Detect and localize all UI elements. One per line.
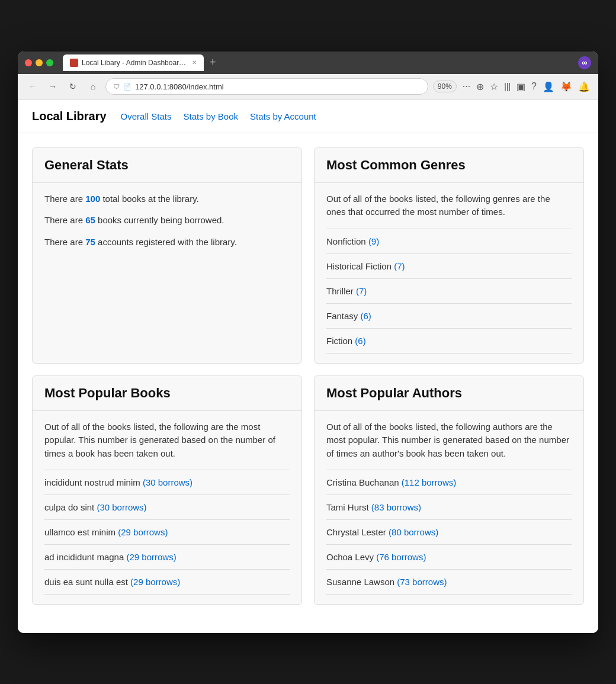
stat-accounts: There are 75 accounts registered with th…	[44, 236, 290, 249]
genres-description: Out of all of the books listed, the foll…	[326, 192, 572, 219]
maximize-button[interactable]	[46, 59, 53, 66]
popular-authors-description: Out of all of the books listed, the foll…	[326, 420, 572, 461]
bookmarks-bar-icon[interactable]: |||	[503, 81, 512, 92]
genre-list: Nonfiction (9) Historical Fiction (7) Th…	[326, 229, 572, 354]
main-content: General Stats There are 100 total books …	[18, 133, 598, 619]
list-item: incididunt nostrud minim (30 borrows)	[44, 470, 290, 495]
genre-count: (6)	[361, 311, 371, 321]
author-borrows: (73 borrows)	[397, 577, 447, 587]
book-list: incididunt nostrud minim (30 borrows) cu…	[44, 470, 290, 595]
popular-authors-card: Most Popular Authors Out of all of the b…	[314, 375, 584, 605]
genres-header: Most Common Genres	[315, 148, 583, 183]
genre-count: (9)	[368, 236, 379, 246]
stat-borrowed: There are 65 books currently being borro…	[44, 214, 290, 227]
list-item: ad incididunt magna (29 borrows)	[44, 545, 290, 570]
genre-count: (7)	[356, 286, 367, 296]
titlebar: Local Libary - Admin Dashboar… ✕ + ∞	[18, 52, 598, 74]
account-icon[interactable]: 👤	[541, 80, 556, 94]
new-tab-button[interactable]: +	[206, 56, 220, 69]
popular-authors-title: Most Popular Authors	[326, 386, 572, 401]
genre-count: (6)	[355, 336, 365, 346]
tab-bar: Local Libary - Admin Dashboar… ✕ +	[63, 54, 573, 71]
reader-mode-icon[interactable]: ▣	[515, 80, 527, 94]
nav-stats-by-book[interactable]: Stats by Book	[183, 111, 238, 121]
author-borrows: (76 borrows)	[376, 552, 426, 562]
book-borrows: (29 borrows)	[130, 577, 180, 587]
firefox-icon[interactable]: 🦊	[559, 80, 573, 94]
list-item: culpa do sint (30 borrows)	[44, 495, 290, 520]
security-icon: 🛡	[113, 83, 120, 90]
tab-close-icon[interactable]: ✕	[192, 59, 197, 66]
book-borrows: (30 borrows)	[143, 477, 192, 487]
url-text: 127.0.0.1:8080/index.html	[135, 82, 421, 91]
list-item: Nonfiction (9)	[326, 229, 572, 254]
popular-books-description: Out of all of the books listed, the foll…	[44, 420, 290, 461]
zoom-level: 90%	[433, 81, 457, 92]
traffic-lights	[25, 59, 53, 66]
stat-books-number: 100	[85, 194, 100, 204]
extension-icon[interactable]: ∞	[578, 56, 591, 69]
book-borrows: (30 borrows)	[97, 502, 146, 512]
url-bar[interactable]: 🛡 📄 127.0.0.1:8080/index.html	[105, 78, 428, 95]
book-borrows: (29 borrows)	[126, 552, 176, 562]
list-item: Fiction (6)	[326, 329, 572, 354]
author-borrows: (112 borrows)	[402, 477, 457, 487]
browser-window: Local Libary - Admin Dashboar… ✕ + ∞ ← →…	[18, 52, 598, 633]
author-borrows: (80 borrows)	[389, 527, 438, 537]
minimize-button[interactable]	[36, 59, 43, 66]
popular-authors-header: Most Popular Authors	[315, 376, 583, 411]
site-nav: Overall Stats Stats by Book Stats by Acc…	[121, 111, 316, 121]
list-item: Ochoa Levy (76 borrows)	[326, 545, 572, 570]
popular-books-header: Most Popular Books	[33, 376, 301, 411]
back-button[interactable]: ←	[25, 79, 40, 94]
help-icon[interactable]: ?	[530, 80, 538, 93]
author-list: Cristina Buchanan (112 borrows) Tami Hur…	[326, 470, 572, 595]
general-stats-body: There are 100 total books at the library…	[33, 183, 301, 259]
list-item: Fantasy (6)	[326, 304, 572, 329]
list-item: Susanne Lawson (73 borrows)	[326, 570, 572, 595]
genres-card: Most Common Genres Out of all of the boo…	[314, 147, 584, 364]
page-icon: 📄	[123, 83, 131, 91]
author-borrows: (83 borrows)	[371, 502, 421, 512]
list-item: ullamco est minim (29 borrows)	[44, 520, 290, 545]
list-item: Thriller (7)	[326, 279, 572, 304]
list-item: Historical Fiction (7)	[326, 254, 572, 279]
genres-body: Out of all of the books listed, the foll…	[315, 183, 583, 363]
active-tab[interactable]: Local Libary - Admin Dashboar… ✕	[63, 54, 204, 71]
tab-favicon	[70, 59, 78, 67]
nav-overall-stats[interactable]: Overall Stats	[121, 111, 172, 121]
menu-dots-icon[interactable]: ···	[461, 80, 471, 93]
general-stats-header: General Stats	[33, 148, 301, 183]
toolbar-icons: ··· ⊕ ☆ ||| ▣ ? 👤 🦊 🔔	[461, 80, 591, 94]
close-button[interactable]	[25, 59, 32, 66]
general-stats-card: General Stats There are 100 total books …	[32, 147, 302, 364]
notification-icon[interactable]: 🔔	[577, 80, 591, 94]
stat-accounts-number: 75	[85, 237, 95, 247]
list-item: Chrystal Lester (80 borrows)	[326, 520, 572, 545]
popular-books-card: Most Popular Books Out of all of the boo…	[32, 375, 302, 605]
forward-button[interactable]: →	[45, 79, 60, 94]
list-item: Tami Hurst (83 borrows)	[326, 495, 572, 520]
popular-books-title: Most Popular Books	[44, 386, 290, 401]
tab-title: Local Libary - Admin Dashboar…	[82, 59, 186, 67]
stat-books: There are 100 total books at the library…	[44, 192, 290, 206]
nav-stats-by-account[interactable]: Stats by Account	[250, 111, 316, 121]
list-item: duis ea sunt nulla est (29 borrows)	[44, 570, 290, 595]
reload-button[interactable]: ↻	[65, 79, 81, 94]
book-borrows: (29 borrows)	[118, 527, 168, 537]
browser-toolbar: ← → ↻ ⌂ 🛡 📄 127.0.0.1:8080/index.html 90…	[18, 74, 598, 100]
site-logo[interactable]: Local Library	[32, 110, 107, 123]
site-header: Local Library Overall Stats Stats by Boo…	[18, 100, 598, 133]
popular-authors-body: Out of all of the books listed, the foll…	[315, 411, 583, 605]
bookmark-icon[interactable]: ☆	[489, 80, 499, 94]
popular-books-body: Out of all of the books listed, the foll…	[33, 411, 301, 605]
page-content: Local Library Overall Stats Stats by Boo…	[18, 100, 598, 633]
home-button[interactable]: ⌂	[85, 79, 101, 94]
pocket-icon[interactable]: ⊕	[475, 80, 485, 94]
general-stats-title: General Stats	[44, 158, 290, 173]
stat-borrowed-number: 65	[85, 215, 95, 225]
genre-count: (7)	[394, 261, 405, 271]
genres-title: Most Common Genres	[326, 158, 572, 173]
list-item: Cristina Buchanan (112 borrows)	[326, 470, 572, 495]
